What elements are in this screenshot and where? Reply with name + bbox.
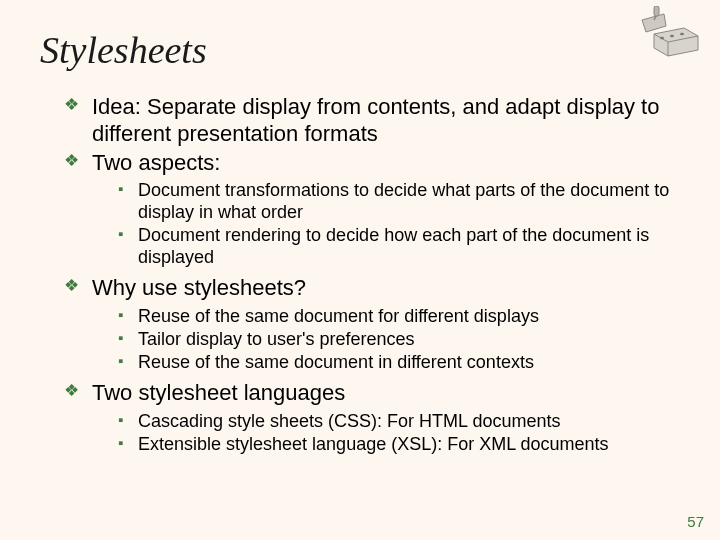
svg-point-4 [660, 37, 664, 40]
bullet-languages: Two stylesheet languages Cascading style… [64, 380, 680, 456]
sub-transformations: Document transformations to decide what … [118, 180, 680, 224]
svg-rect-8 [654, 6, 659, 16]
sub-tailor: Tailor display to user's preferences [118, 329, 680, 351]
two-aspects-sublist: Document transformations to decide what … [92, 180, 680, 269]
page-number: 57 [687, 513, 704, 530]
bullet-two-aspects-text: Two aspects: [92, 150, 220, 175]
slide: Stylesheets Idea: Separate display from … [0, 0, 720, 540]
bullet-why: Why use stylesheets? Reuse of the same d… [64, 275, 680, 374]
sub-reuse-displays: Reuse of the same document for different… [118, 306, 680, 328]
sub-xsl: Extensible stylesheet language (XSL): Fo… [118, 434, 680, 456]
sub-rendering: Document rendering to decide how each pa… [118, 225, 680, 269]
bullet-two-aspects: Two aspects: Document transformations to… [64, 150, 680, 270]
svg-marker-7 [642, 14, 666, 32]
sub-reuse-contexts: Reuse of the same document in different … [118, 352, 680, 374]
sub-css: Cascading style sheets (CSS): For HTML d… [118, 411, 680, 433]
bullet-languages-text: Two stylesheet languages [92, 380, 345, 405]
why-sublist: Reuse of the same document for different… [92, 306, 680, 374]
svg-point-6 [680, 33, 684, 36]
languages-sublist: Cascading style sheets (CSS): For HTML d… [92, 411, 680, 456]
bullet-idea: Idea: Separate display from contents, an… [64, 94, 680, 148]
svg-point-5 [670, 35, 674, 38]
trowel-brick-icon [624, 6, 702, 60]
svg-marker-0 [654, 28, 698, 56]
slide-title: Stylesheets [40, 28, 680, 72]
bullet-list: Idea: Separate display from contents, an… [40, 94, 680, 456]
bullet-why-text: Why use stylesheets? [92, 275, 306, 300]
